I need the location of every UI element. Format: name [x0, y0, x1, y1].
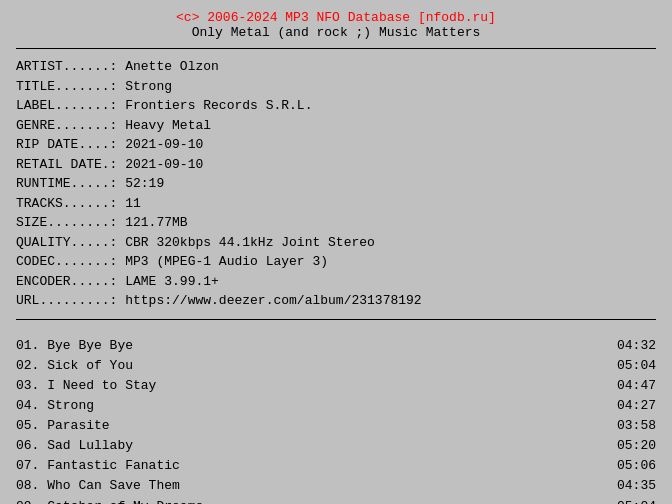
meta-label: GENRE.......:	[16, 116, 125, 136]
meta-label: RIP DATE....:	[16, 135, 125, 155]
track-title: 08. Who Can Save Them	[16, 476, 180, 496]
track-title: 02. Sick of You	[16, 356, 133, 376]
metadata-row: ARTIST......: Anette Olzon	[16, 57, 656, 77]
track-duration: 04:27	[617, 396, 656, 416]
meta-value: MP3 (MPEG-1 Audio Layer 3)	[125, 252, 328, 272]
metadata-row: SIZE........: 121.77MB	[16, 213, 656, 233]
metadata-row: LABEL.......: Frontiers Records S.R.L.	[16, 96, 656, 116]
track-row: 03. I Need to Stay04:47	[16, 376, 656, 396]
meta-value: LAME 3.99.1+	[125, 272, 219, 292]
track-duration: 04:47	[617, 376, 656, 396]
meta-value: Strong	[125, 77, 172, 97]
meta-label: RUNTIME.....:	[16, 174, 125, 194]
meta-label: TITLE.......:	[16, 77, 125, 97]
meta-label: SIZE........:	[16, 213, 125, 233]
metadata-row: GENRE.......: Heavy Metal	[16, 116, 656, 136]
track-row: 09. Catcher of My Dreams05:04	[16, 497, 656, 504]
meta-value: 2021-09-10	[125, 155, 203, 175]
meta-value: Heavy Metal	[125, 116, 211, 136]
meta-label: LABEL.......:	[16, 96, 125, 116]
track-row: 01. Bye Bye Bye04:32	[16, 336, 656, 356]
meta-value: https://www.deezer.com/album/231378192	[125, 291, 421, 311]
tracklist-section: 01. Bye Bye Bye04:3202. Sick of You05:04…	[16, 328, 656, 505]
track-title: 03. I Need to Stay	[16, 376, 156, 396]
metadata-section: ARTIST......: Anette OlzonTITLE.......: …	[16, 57, 656, 311]
meta-label: CODEC.......:	[16, 252, 125, 272]
track-duration: 05:04	[617, 356, 656, 376]
track-duration: 05:20	[617, 436, 656, 456]
track-title: 09. Catcher of My Dreams	[16, 497, 203, 504]
metadata-row: ENCODER.....: LAME 3.99.1+	[16, 272, 656, 292]
meta-label: ENCODER.....:	[16, 272, 125, 292]
track-duration: 03:58	[617, 416, 656, 436]
meta-value: 121.77MB	[125, 213, 187, 233]
track-title: 04. Strong	[16, 396, 94, 416]
meta-value: Anette Olzon	[125, 57, 219, 77]
track-row: 06. Sad Lullaby05:20	[16, 436, 656, 456]
meta-label: ARTIST......:	[16, 57, 125, 77]
track-row: 04. Strong04:27	[16, 396, 656, 416]
meta-label: URL.........:	[16, 291, 125, 311]
track-row: 05. Parasite03:58	[16, 416, 656, 436]
meta-label: RETAIL DATE.:	[16, 155, 125, 175]
header: <c> 2006-2024 MP3 NFO Database [nfodb.ru…	[16, 10, 656, 40]
meta-value: Frontiers Records S.R.L.	[125, 96, 312, 116]
meta-label: QUALITY.....:	[16, 233, 125, 253]
track-title: 05. Parasite	[16, 416, 110, 436]
meta-value: 11	[125, 194, 141, 214]
meta-value: 2021-09-10	[125, 135, 203, 155]
track-row: 07. Fantastic Fanatic05:06	[16, 456, 656, 476]
meta-value: 52:19	[125, 174, 164, 194]
track-duration: 05:06	[617, 456, 656, 476]
divider-mid1	[16, 319, 656, 320]
track-duration: 05:04	[617, 497, 656, 504]
metadata-row: RUNTIME.....: 52:19	[16, 174, 656, 194]
header-line1: <c> 2006-2024 MP3 NFO Database [nfodb.ru…	[16, 10, 656, 25]
meta-value: CBR 320kbps 44.1kHz Joint Stereo	[125, 233, 375, 253]
track-row: 08. Who Can Save Them04:35	[16, 476, 656, 496]
metadata-row: RETAIL DATE.: 2021-09-10	[16, 155, 656, 175]
metadata-row: CODEC.......: MP3 (MPEG-1 Audio Layer 3)	[16, 252, 656, 272]
metadata-row: URL.........: https://www.deezer.com/alb…	[16, 291, 656, 311]
metadata-row: QUALITY.....: CBR 320kbps 44.1kHz Joint …	[16, 233, 656, 253]
divider-top	[16, 48, 656, 49]
track-title: 06. Sad Lullaby	[16, 436, 133, 456]
track-row: 02. Sick of You05:04	[16, 356, 656, 376]
track-title: 07. Fantastic Fanatic	[16, 456, 180, 476]
track-title: 01. Bye Bye Bye	[16, 336, 133, 356]
metadata-row: TRACKS......: 11	[16, 194, 656, 214]
metadata-row: TITLE.......: Strong	[16, 77, 656, 97]
track-duration: 04:32	[617, 336, 656, 356]
track-duration: 04:35	[617, 476, 656, 496]
header-line2: Only Metal (and rock ;) Music Matters	[16, 25, 656, 40]
meta-label: TRACKS......:	[16, 194, 125, 214]
metadata-row: RIP DATE....: 2021-09-10	[16, 135, 656, 155]
